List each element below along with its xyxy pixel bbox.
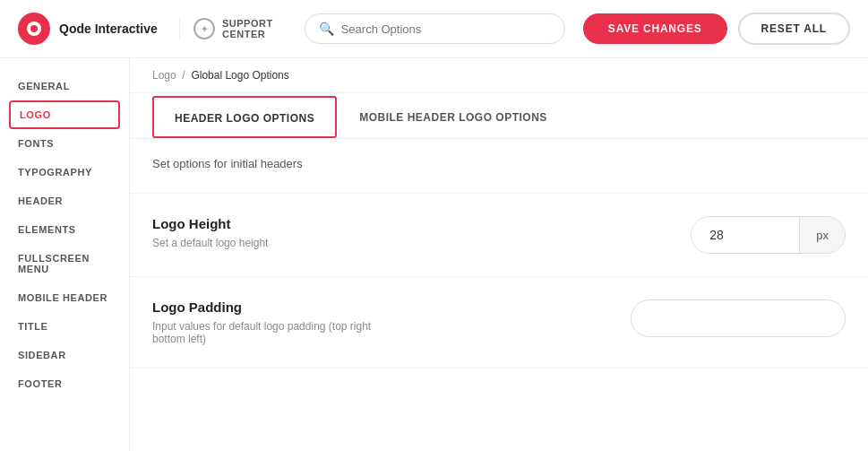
brand-name: Qode Interactive [59, 22, 158, 37]
svg-point-2 [30, 25, 38, 32]
search-input[interactable] [341, 22, 551, 36]
sidebar-item-fullscreen-menu[interactable]: FULLSCREEN MENU [0, 244, 129, 283]
sidebar-item-general[interactable]: GENERAL [0, 72, 129, 100]
breadcrumb-current: Global Logo Options [191, 69, 288, 82]
option-label-logo-height: Logo Height Set a default logo height [152, 216, 268, 249]
sidebar-item-footer[interactable]: FOOTER [0, 369, 129, 398]
sidebar-item-sidebar[interactable]: SIDEBAR [0, 341, 129, 369]
brand: Qode Interactive [18, 13, 161, 45]
support-icon: ✦ [193, 18, 215, 39]
logo-height-title: Logo Height [152, 216, 268, 231]
brand-logo-icon [18, 13, 50, 45]
sidebar-item-elements[interactable]: ELEMENTS [0, 215, 129, 244]
save-changes-button[interactable]: SAVE CHANGES [583, 13, 727, 44]
option-row-logo-height: Logo Height Set a default logo height px [130, 194, 868, 277]
tab-header-logo[interactable]: HEADER LOGO OPTIONS [152, 96, 337, 138]
sidebar: GENERAL LOGO FONTS TYPOGRAPHY HEADER ELE… [0, 58, 130, 451]
tab-mobile-header-logo[interactable]: MOBILE HEADER LOGO OPTIONS [337, 93, 570, 138]
logo-height-input-group: px [691, 216, 846, 254]
breadcrumb: Logo / Global Logo Options [130, 58, 868, 93]
logo-padding-control [631, 299, 846, 337]
option-label-logo-padding: Logo Padding Input values for default lo… [152, 299, 403, 345]
logo-height-input[interactable] [692, 217, 799, 253]
logo-height-unit: px [799, 217, 845, 253]
sidebar-item-fonts[interactable]: FONTS [0, 129, 129, 158]
header-actions: SAVE CHANGES RESET ALL [583, 13, 850, 45]
tabs-container: HEADER LOGO OPTIONS MOBILE HEADER LOGO O… [130, 93, 868, 139]
search-icon: 🔍 [319, 22, 334, 36]
logo-padding-title: Logo Padding [152, 299, 403, 315]
sidebar-item-title[interactable]: TITLE [0, 312, 129, 341]
reset-all-button[interactable]: RESET ALL [738, 13, 850, 45]
sidebar-item-header[interactable]: HEADER [0, 186, 129, 215]
logo-height-control: px [691, 216, 846, 254]
support-center-link[interactable]: ✦ SUPPORT CENTER [179, 18, 287, 39]
option-row-logo-padding: Logo Padding Input values for default lo… [130, 277, 868, 369]
logo-padding-description: Input values for default logo padding (t… [152, 320, 403, 345]
search-bar: 🔍 [305, 13, 565, 44]
sidebar-item-typography[interactable]: TYPOGRAPHY [0, 158, 129, 186]
main-content: Logo / Global Logo Options HEADER LOGO O… [130, 58, 868, 451]
sidebar-item-logo[interactable]: LOGO [9, 100, 120, 129]
logo-padding-input[interactable] [631, 299, 846, 337]
section-description: Set options for initial headers [152, 157, 846, 170]
app-body: GENERAL LOGO FONTS TYPOGRAPHY HEADER ELE… [0, 58, 868, 451]
logo-height-description: Set a default logo height [152, 237, 268, 249]
section-description-container: Set options for initial headers [130, 139, 868, 194]
sidebar-item-mobile-header[interactable]: MOBILE HEADER [0, 283, 129, 312]
support-label: SUPPORT CENTER [222, 18, 273, 39]
top-header: Qode Interactive ✦ SUPPORT CENTER 🔍 SAVE… [0, 0, 868, 58]
breadcrumb-parent[interactable]: Logo [152, 69, 176, 82]
